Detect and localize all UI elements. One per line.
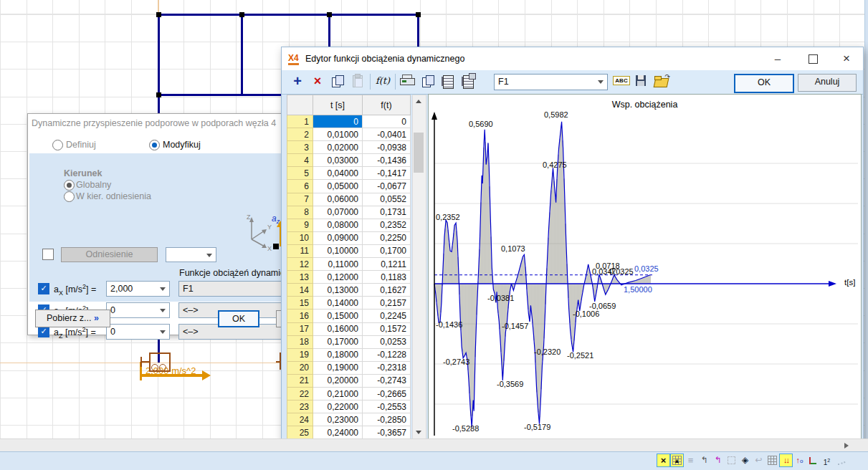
row-number-cell[interactable]: 8 — [287, 206, 313, 219]
row-number-cell[interactable]: 9 — [287, 219, 313, 231]
table-scrollbar[interactable] — [412, 95, 426, 440]
rename-abc-icon[interactable]: ABC — [613, 73, 630, 90]
row-number-cell[interactable]: 3 — [287, 141, 313, 154]
t-column-header[interactable]: t [s] — [313, 95, 363, 115]
load-symbols-icon[interactable]: ↓↓ — [780, 454, 792, 466]
radio-w-kier-odniesienia[interactable] — [64, 191, 75, 202]
radio-modyfikuj[interactable] — [149, 140, 160, 150]
numbering-icon[interactable]: 12 — [821, 454, 833, 466]
f-value-cell[interactable]: 0,1183 — [363, 271, 411, 284]
t-value-cell[interactable]: 0,07000 — [313, 206, 363, 219]
print-icon[interactable] — [399, 73, 416, 90]
row-number-cell[interactable]: 16 — [287, 310, 313, 322]
f-value-cell[interactable]: -0,0401 — [363, 128, 411, 141]
radio-globalny[interactable] — [64, 180, 75, 191]
f-value-cell[interactable]: 0,2352 — [363, 219, 411, 231]
vertical-scrollbar[interactable] — [864, 0, 868, 438]
scroll-down-arrow[interactable] — [413, 426, 424, 438]
row-number-cell[interactable]: 6 — [287, 180, 313, 193]
f-value-cell[interactable]: -0,2743 — [363, 374, 411, 387]
structure-node[interactable] — [327, 12, 332, 17]
reference-combo[interactable] — [166, 247, 216, 262]
axis-triad-icon[interactable] — [807, 454, 819, 466]
row-number-cell[interactable]: 5 — [287, 167, 313, 180]
f-column-header[interactable]: f(t) — [363, 95, 411, 115]
t-value-cell[interactable]: 0,19000 — [313, 361, 363, 374]
hscroll-right-arrow[interactable] — [840, 440, 852, 451]
f-value-cell[interactable]: 0,1627 — [363, 284, 411, 297]
support-symbol[interactable] — [149, 352, 171, 372]
row-number-cell[interactable]: 22 — [287, 387, 313, 400]
f-value-cell[interactable]: 0,0253 — [363, 335, 411, 348]
t-value-cell[interactable]: 0,17000 — [313, 335, 363, 348]
horizontal-scrollbar[interactable] — [0, 438, 868, 452]
accel-x-value-combo[interactable]: 2,000 — [106, 281, 170, 297]
ok-button[interactable]: OK — [218, 310, 259, 327]
row-number-cell[interactable]: 20 — [287, 361, 313, 374]
acceleration-load-arrow[interactable] — [140, 374, 202, 377]
close-button[interactable]: × — [839, 52, 854, 66]
row-number-cell[interactable]: 11 — [287, 244, 313, 257]
f-value-cell[interactable]: -0,2850 — [363, 413, 411, 426]
odniesienie-button[interactable]: Odniesienie — [61, 247, 158, 262]
row-number-cell[interactable]: 25 — [287, 426, 313, 439]
f-value-cell[interactable]: -0,1436 — [363, 154, 411, 167]
add-row-icon[interactable]: + — [289, 73, 306, 90]
structure-node[interactable] — [239, 12, 244, 17]
f-value-cell[interactable]: 0,2250 — [363, 231, 411, 244]
f-value-cell[interactable]: 0,1731 — [363, 206, 411, 219]
reference-checkbox[interactable] — [42, 249, 54, 260]
t-value-cell[interactable]: 0,11000 — [313, 258, 363, 271]
f-value-cell[interactable]: 0,2157 — [363, 297, 411, 310]
row-number-cell[interactable]: 14 — [287, 284, 313, 297]
snap-settings-icon[interactable]: ◈ — [739, 454, 751, 466]
snap-intersection-icon[interactable]: × — [657, 454, 669, 466]
copy-icon[interactable] — [329, 73, 346, 90]
t-value-cell[interactable]: 0,18000 — [313, 348, 363, 361]
view-in-icon[interactable]: ↰ — [698, 454, 710, 466]
row-number-cell[interactable]: 1 — [287, 115, 313, 128]
table-snapshot-icon[interactable] — [459, 73, 477, 90]
accel-z-checkbox[interactable]: ✓ — [38, 326, 49, 337]
radio-definiuj-label[interactable]: Definiuj — [66, 140, 96, 150]
pobierz-z-button[interactable]: Pobierz z... » — [35, 310, 110, 327]
structure-node[interactable] — [156, 92, 161, 97]
load-values-icon[interactable]: ↑o — [793, 454, 806, 466]
t-value-cell[interactable]: 0,08000 — [313, 219, 363, 231]
f-value-cell[interactable]: -0,2553 — [363, 401, 411, 413]
t-value-cell[interactable]: 0,01000 — [313, 128, 363, 141]
radio-globalny-label[interactable]: Globalny — [76, 180, 111, 190]
structure-node[interactable] — [416, 12, 421, 17]
editor-cancel-button[interactable]: Anuluj — [798, 74, 857, 92]
column-member[interactable] — [241, 14, 243, 96]
structure-node[interactable] — [156, 12, 161, 17]
function-chart[interactable]: Wsp. obciążenia 0,23520,56900,59820,4275… — [428, 94, 862, 441]
save-icon[interactable] — [633, 73, 650, 90]
t-value-cell[interactable]: 0,22000 — [313, 401, 363, 413]
t-value-cell[interactable]: 0,12000 — [313, 271, 363, 284]
editor-titlebar[interactable]: X4 Edytor funkcji obciążenia dynamiczneg… — [282, 47, 863, 70]
function-edit-icon[interactable]: f(t) — [374, 73, 391, 90]
radio-w-kier-odniesienia-label[interactable]: W kier. odniesienia — [76, 191, 151, 201]
t-value-cell[interactable]: 0,21000 — [313, 387, 363, 400]
row-number-cell[interactable]: 10 — [287, 231, 313, 244]
f-value-cell[interactable]: -0,1417 — [363, 167, 411, 180]
open-icon[interactable]: ↷ — [653, 73, 670, 90]
snap-grid-icon[interactable]: ▲ — [671, 454, 683, 466]
t-value-cell[interactable]: 0,02000 — [313, 141, 363, 154]
row-number-cell[interactable]: 4 — [287, 154, 313, 167]
maximize-button[interactable] — [806, 52, 820, 66]
radio-modyfikuj-label[interactable]: Modyfikuj — [163, 140, 201, 150]
t-value-cell[interactable]: 0,16000 — [313, 322, 363, 335]
t-value-cell[interactable]: 0,05000 — [313, 180, 363, 193]
f-value-cell[interactable]: 0 — [363, 115, 411, 128]
t-value-cell[interactable]: 0,14000 — [313, 297, 363, 310]
f-value-cell[interactable]: 0,2245 — [363, 310, 411, 322]
scrollbar-thumb[interactable] — [414, 133, 424, 173]
f-value-cell[interactable]: 0,1211 — [363, 258, 411, 271]
radio-definiuj[interactable] — [52, 140, 63, 150]
f-value-cell[interactable]: 0,0552 — [363, 193, 411, 206]
minimize-button[interactable]: – — [771, 52, 785, 66]
object-inspector-icon[interactable]: ≡ — [685, 454, 697, 466]
t-value-cell[interactable]: 0,03000 — [313, 154, 363, 167]
